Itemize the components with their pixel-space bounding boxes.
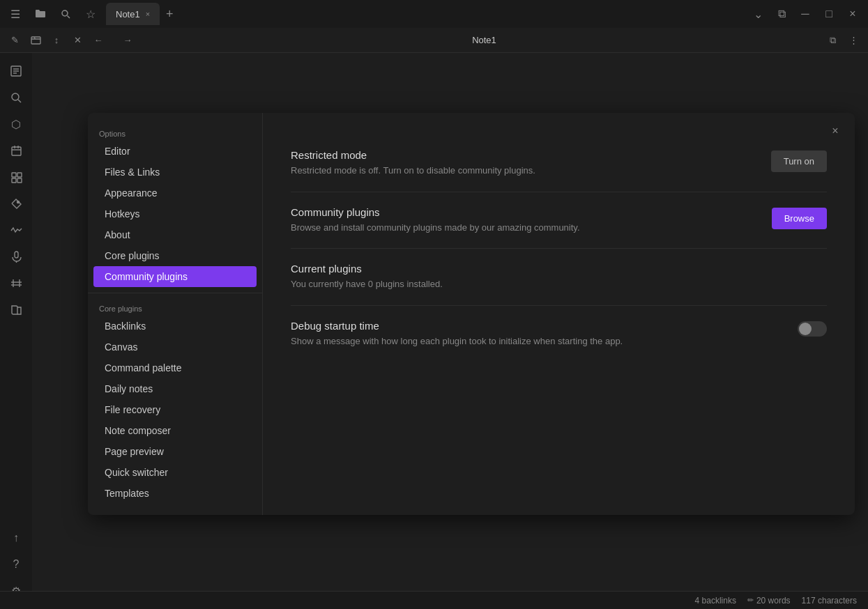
core-plugins-label: Core plugins — [88, 299, 262, 316]
debug-startup-desc: Show a message with how long each plugin… — [291, 334, 623, 348]
settings-item-quick-switcher[interactable]: Quick switcher — [93, 462, 257, 483]
tab-bar: Note1 × + — [106, 3, 743, 25]
star-icon[interactable]: ☆ — [81, 4, 100, 24]
settings-item-file-recovery[interactable]: File recovery — [93, 399, 257, 420]
svg-rect-16 — [17, 178, 22, 183]
community-plugins-row: Community plugins Browse and install com… — [291, 192, 827, 249]
search-icon[interactable] — [56, 4, 75, 24]
debug-startup-row: Debug startup time Show a message with h… — [291, 306, 827, 362]
settings-modal: × Options Editor Files & Links Appearanc… — [88, 113, 855, 515]
turn-on-button[interactable]: Turn on — [771, 151, 827, 172]
nav-icon-files[interactable] — [3, 59, 29, 84]
nav-icon-graph[interactable]: ⬡ — [3, 111, 29, 137]
toolbar2: ✎ ↕ ✕ ← → Note1 ⧉ ⋮ — [0, 28, 868, 53]
sort-icon[interactable]: ↕ — [47, 31, 66, 49]
community-plugins-title: Community plugins — [291, 206, 580, 218]
svg-point-0 — [62, 10, 68, 16]
nav-icon-help[interactable]: ? — [3, 552, 29, 577]
folder-icon[interactable] — [31, 4, 50, 24]
nav-icon-book[interactable] — [3, 297, 29, 322]
restricted-mode-desc: Restricted mode is off. Turn on to disab… — [291, 164, 535, 178]
settings-item-appearance[interactable]: Appearance — [93, 183, 257, 203]
settings-content: Restricted mode Restricted mode is off. … — [262, 113, 855, 515]
nav-icon-calendar[interactable] — [3, 138, 29, 163]
more-options-icon[interactable]: ⋮ — [844, 31, 862, 49]
settings-item-page-preview[interactable]: Page preview — [93, 441, 257, 462]
settings-item-community-plugins[interactable]: Community plugins — [93, 266, 257, 287]
svg-point-17 — [17, 201, 19, 203]
community-plugins-text: Community plugins Browse and install com… — [291, 206, 580, 235]
debug-startup-text: Debug startup time Show a message with h… — [291, 320, 623, 348]
settings-divider — [88, 293, 262, 293]
settings-item-about[interactable]: About — [93, 224, 257, 245]
layout-icon[interactable]: ⧉ — [772, 4, 791, 24]
new-tab-button[interactable]: + — [160, 4, 179, 24]
debug-startup-action — [798, 321, 827, 339]
settings-item-command-palette[interactable]: Command palette — [93, 357, 257, 378]
nav-icon-pages[interactable] — [3, 164, 29, 190]
dropdown-icon[interactable]: ⌄ — [748, 4, 768, 24]
settings-item-note-composer[interactable]: Note composer — [93, 420, 257, 441]
restricted-mode-row: Restricted mode Restricted mode is off. … — [291, 135, 827, 192]
close-window-icon[interactable]: × — [843, 4, 862, 24]
window-controls: ⌄ ⧉ ─ □ × — [748, 4, 862, 24]
svg-rect-9 — [12, 147, 21, 155]
nav-icon-number[interactable] — [3, 270, 29, 295]
svg-point-7 — [12, 93, 19, 100]
debug-startup-title: Debug startup time — [291, 320, 623, 332]
community-plugins-desc: Browse and install community plugins mad… — [291, 221, 580, 235]
settings-item-backlinks[interactable]: Backlinks — [93, 316, 257, 337]
svg-rect-15 — [17, 173, 22, 177]
maximize-icon[interactable]: □ — [819, 4, 839, 24]
svg-rect-14 — [12, 178, 16, 183]
settings-item-files-links[interactable]: Files & Links — [93, 162, 257, 183]
settings-item-templates[interactable]: Templates — [93, 483, 257, 504]
tab-label: Note1 — [116, 9, 140, 20]
current-plugins-title: Current plugins — [291, 263, 443, 275]
back-icon[interactable]: ← — [89, 31, 107, 49]
svg-rect-13 — [12, 173, 16, 177]
svg-line-8 — [18, 100, 21, 102]
settings-item-canvas[interactable]: Canvas — [93, 337, 257, 357]
main-layout: ⬡ ↑ ? ⚙ × — [0, 53, 868, 609]
forward-icon[interactable]: → — [119, 31, 137, 49]
restricted-mode-text: Restricted mode Restricted mode is off. … — [291, 149, 535, 178]
new-folder-icon[interactable] — [26, 31, 45, 49]
nav-icon-mic[interactable] — [3, 244, 29, 269]
note-title: Note1 — [148, 35, 821, 45]
svg-rect-18 — [15, 252, 18, 258]
tab-close-icon[interactable]: × — [146, 10, 150, 18]
sidebar-icons: ⬡ ↑ ? ⚙ — [0, 53, 32, 609]
options-label: Options — [88, 124, 262, 141]
settings-sidebar: Options Editor Files & Links Appearance … — [88, 113, 262, 515]
settings-item-daily-notes[interactable]: Daily notes — [93, 378, 257, 399]
sidebar-toggle-icon[interactable]: ☰ — [6, 4, 25, 24]
community-plugins-action: Browse — [772, 208, 827, 229]
restricted-mode-title: Restricted mode — [291, 149, 535, 161]
nav-icon-activity[interactable] — [3, 217, 29, 242]
minimize-icon[interactable]: ─ — [795, 4, 815, 24]
edit-icon[interactable]: ✎ — [6, 31, 24, 49]
settings-item-core-plugins[interactable]: Core plugins — [93, 245, 257, 266]
svg-rect-2 — [31, 37, 40, 44]
nav-icon-search[interactable] — [3, 85, 29, 110]
nav-icon-tags[interactable] — [3, 191, 29, 216]
debug-startup-toggle[interactable] — [798, 321, 827, 337]
restricted-mode-action: Turn on — [771, 151, 827, 172]
browse-button[interactable]: Browse — [772, 208, 827, 229]
settings-item-hotkeys[interactable]: Hotkeys — [93, 203, 257, 224]
split-view-icon[interactable]: ⧉ — [823, 31, 842, 49]
close-panel-icon[interactable]: ✕ — [68, 31, 86, 49]
current-plugins-row: Current plugins You currently have 0 plu… — [291, 249, 827, 306]
modal-overlay: × Options Editor Files & Links Appearanc… — [81, 106, 868, 609]
titlebar: ☰ ☆ Note1 × + ⌄ ⧉ ─ □ × — [0, 0, 868, 28]
current-plugins-text: Current plugins You currently have 0 plu… — [291, 263, 443, 291]
tab-note1[interactable]: Note1 × — [106, 3, 160, 25]
nav-icon-publish[interactable]: ↑ — [3, 525, 29, 550]
settings-item-editor[interactable]: Editor — [93, 141, 257, 162]
current-plugins-desc: You currently have 0 plugins installed. — [291, 277, 443, 291]
toggle-knob — [799, 323, 812, 335]
settings-close-button[interactable]: × — [825, 121, 845, 141]
svg-line-1 — [67, 15, 70, 18]
